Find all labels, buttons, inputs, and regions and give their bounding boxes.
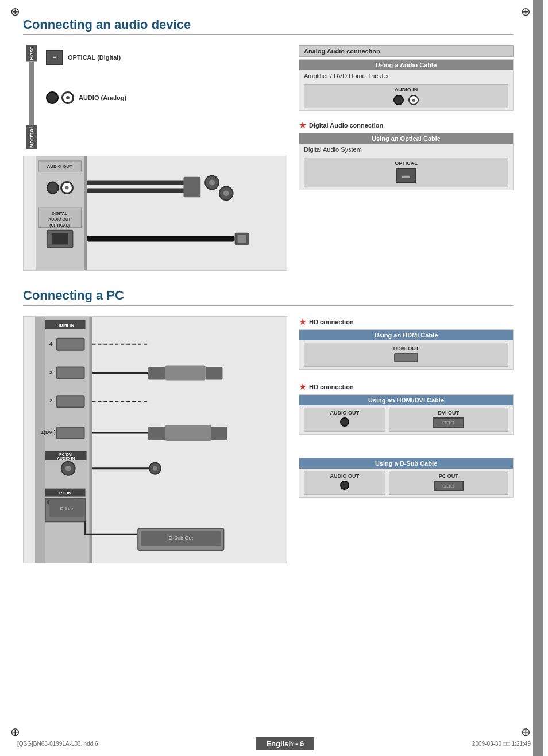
svg-point-4 <box>47 182 59 194</box>
page-footer: [QSG]BN68-01991A-L03.indd 6 English - 6 … <box>0 737 548 750</box>
pc-cable-diagram: HDMI IN 4 3 2 <box>23 316 287 563</box>
svg-rect-26 <box>35 317 45 563</box>
svg-text:DIGITAL: DIGITAL <box>52 212 68 216</box>
svg-rect-35 <box>148 367 165 380</box>
svg-text:PC IN: PC IN <box>59 490 71 496</box>
audio-in-label: AUDIO IN <box>308 87 504 93</box>
analog-icons <box>46 91 74 104</box>
pc-section: HDMI IN 4 3 2 <box>23 316 514 563</box>
analog-cable-title: Using a Audio Cable <box>299 60 513 70</box>
pc-left-panel: HDMI IN 4 3 2 <box>23 316 287 563</box>
reg-mark-top-left: ⊕ <box>10 5 20 18</box>
page-number-box: English - 6 <box>256 737 314 750</box>
svg-point-12 <box>209 180 215 186</box>
optical-label: OPTICAL (Digital) <box>68 54 121 61</box>
audio-out-port-2 <box>340 417 349 427</box>
optical-port-icon: ▬ <box>396 168 416 183</box>
analog-circle-ring <box>61 91 74 104</box>
digital-connection-label: Digital Audio connection <box>309 122 383 129</box>
hd-connection-header-1: ★ HD connection <box>299 316 514 327</box>
analog-cable-box: Using a Audio Cable Amplifier / DVD Home… <box>299 59 514 111</box>
svg-rect-44 <box>148 427 165 440</box>
hd-star-icon-1: ★ <box>299 316 307 327</box>
audio-in-black-port <box>393 95 404 105</box>
svg-text:3: 3 <box>49 369 53 375</box>
pc-right-panel: ★ HD connection Using an HDMI Cable HDMI… <box>299 316 514 563</box>
svg-rect-1 <box>84 156 87 270</box>
svg-text:4: 4 <box>49 340 53 347</box>
reg-mark-bottom-right: ⊕ <box>521 725 531 739</box>
hdmi-out-label: HDMI OUT <box>308 346 504 351</box>
audio-out-label-3: AUDIO OUT <box>306 473 383 479</box>
svg-rect-7 <box>87 181 189 185</box>
optical-icon: ≡ <box>46 50 63 65</box>
digital-device-label: Digital Audio System <box>299 144 513 155</box>
hdmi-dvi-cable-title: Using an HDMI/DVI Cable <box>299 395 513 405</box>
svg-text:1(DVI): 1(DVI) <box>41 429 56 435</box>
dsub-cable-title: Using a D-Sub Cable <box>299 458 513 469</box>
digital-connection-header-row: ★ Digital Audio connection <box>299 120 514 131</box>
svg-rect-8 <box>87 188 189 193</box>
page-border-right <box>533 0 543 756</box>
audio-section: Best Normal ≡ OPTICAL (Digital) <box>23 45 514 271</box>
analog-label: AUDIO (Analog) <box>79 94 126 101</box>
analog-connection-header: Analog Audio connection <box>299 45 514 57</box>
svg-rect-33 <box>57 367 84 379</box>
svg-text:HDMI IN: HDMI IN <box>56 323 74 328</box>
digital-cable-title: Using an Optical Cable <box>299 133 513 144</box>
dvi-out-port: ⊡⊡⊡ <box>433 417 464 428</box>
svg-text:AUDIO IN: AUDIO IN <box>57 456 75 460</box>
file-info: [QSG]BN68-01991A-L03.indd 6 <box>17 740 98 747</box>
svg-rect-42 <box>57 427 84 439</box>
analog-circle-black <box>46 91 59 104</box>
dsub-connection-box: Using a D-Sub Cable AUDIO OUT PC OUT ⊡⊡⊡ <box>299 458 514 498</box>
reg-mark-bottom-left: ⊕ <box>10 725 20 739</box>
section-title-pc: Connecting a PC <box>23 288 514 306</box>
dvi-out-label: DVI OUT <box>391 410 506 416</box>
audio-out-port-3 <box>340 481 349 490</box>
svg-rect-30 <box>57 339 84 350</box>
svg-text:PC/DVI: PC/DVI <box>59 452 72 456</box>
audio-in-ring-port <box>408 95 419 105</box>
hd-connection-box-2: ★ HD connection Using an HDMI/DVI Cable … <box>299 381 514 435</box>
digital-cable-box: Using an Optical Cable Digital Audio Sys… <box>299 133 514 190</box>
hdmi-out-port <box>394 353 418 362</box>
section-title-audio: Connecting an audio device <box>23 17 514 35</box>
hd-connection-header-2: ★ HD connection <box>299 381 514 392</box>
audio-right-panel: Analog Audio connection Using a Audio Ca… <box>299 45 514 271</box>
best-label: Best <box>26 45 37 62</box>
svg-rect-39 <box>57 396 84 407</box>
hdmi-cable-title: Using an HDMI Cable <box>299 330 513 340</box>
svg-point-54 <box>153 466 157 471</box>
hd-connection-label-2: HD connection <box>309 383 354 390</box>
svg-text:D-Sub Out: D-Sub Out <box>169 535 194 541</box>
audio-out-label-2: AUDIO OUT <box>306 410 383 416</box>
audio-cable-diagram: AUDIO OUT <box>23 156 287 271</box>
audio-left-panel: Best Normal ≡ OPTICAL (Digital) <box>23 45 287 271</box>
optical-port-label: OPTICAL <box>308 160 504 166</box>
svg-point-51 <box>65 466 71 471</box>
pc-out-label: PC OUT <box>391 473 506 479</box>
digital-connection-section: ★ Digital Audio connection Using an Opti… <box>299 120 514 190</box>
svg-text:2: 2 <box>49 397 53 404</box>
digital-star-icon: ★ <box>299 120 307 131</box>
svg-point-6 <box>65 186 69 189</box>
svg-rect-25 <box>90 317 92 563</box>
svg-rect-36 <box>165 366 206 381</box>
svg-rect-46 <box>211 427 227 440</box>
svg-rect-37 <box>206 367 223 380</box>
svg-rect-21 <box>87 236 234 242</box>
svg-text:D-Sub: D-Sub <box>60 506 73 511</box>
svg-text:AUDIO OUT: AUDIO OUT <box>48 217 71 221</box>
analog-device-label: Amplifier / DVD Home Theater <box>299 70 513 82</box>
svg-rect-20 <box>52 233 68 245</box>
svg-text:(OPTICAL): (OPTICAL) <box>49 223 70 228</box>
pc-out-port: ⊡⊡⊡ <box>434 481 464 491</box>
analog-connection-box: Analog Audio connection Using a Audio Ca… <box>299 45 514 111</box>
svg-rect-45 <box>165 425 211 441</box>
svg-rect-23 <box>238 235 246 243</box>
reg-mark-top-right: ⊕ <box>521 5 531 18</box>
svg-text:AUDIO OUT: AUDIO OUT <box>47 164 72 169</box>
hd-star-icon-2: ★ <box>299 381 307 392</box>
hd-connection-label-1: HD connection <box>309 318 354 325</box>
